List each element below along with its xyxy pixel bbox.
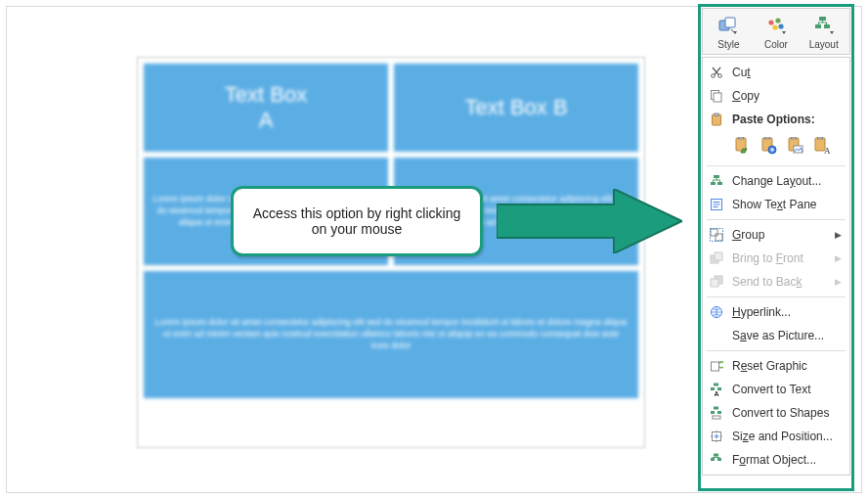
convert-shapes-icon — [709, 405, 724, 421]
size-position-icon — [709, 429, 724, 444]
layout-small-icon — [709, 173, 724, 189]
menu-label: Hyperlink... — [732, 305, 842, 319]
menu-label: Show Text Pane — [732, 198, 842, 211]
color-button[interactable]: Color — [753, 13, 801, 52]
svg-rect-34 — [711, 229, 717, 236]
menu-format-object[interactable]: Format Object... — [703, 448, 849, 472]
paste-keep-source[interactable] — [732, 134, 754, 158]
smartart-node[interactable]: Lorem ipsum dolor sit amet consectetur a… — [144, 271, 638, 398]
menu-label: Paste Options: — [732, 113, 842, 126]
svg-rect-31 — [711, 182, 716, 185]
convert-text-icon: A — [709, 382, 724, 397]
scissors-icon — [709, 65, 724, 80]
menu-hyperlink[interactable]: Hyperlink... — [703, 300, 849, 324]
svg-rect-9 — [819, 17, 826, 21]
svg-text:A: A — [714, 390, 718, 396]
context-menu: Cut Copy Paste Options: A Change Layout.… — [702, 57, 850, 476]
text-box-b[interactable]: Text Box B — [394, 64, 638, 152]
menu-label: Format Object... — [732, 453, 842, 467]
svg-rect-18 — [715, 113, 718, 116]
paste-picture[interactable] — [785, 134, 806, 158]
svg-rect-28 — [818, 137, 823, 139]
color-icon — [765, 15, 787, 36]
svg-rect-49 — [711, 411, 715, 414]
svg-rect-25 — [792, 137, 797, 139]
bring-front-icon — [709, 250, 724, 266]
svg-point-7 — [778, 23, 783, 28]
svg-rect-35 — [716, 234, 722, 241]
svg-rect-2 — [725, 18, 735, 27]
layout-label: Layout — [809, 39, 839, 50]
svg-rect-50 — [717, 411, 721, 414]
svg-marker-3 — [733, 31, 737, 34]
svg-text:A: A — [824, 146, 830, 155]
paste-use-dest[interactable] — [759, 134, 780, 158]
menu-label: Copy — [732, 89, 842, 103]
callout-text: Access this option by right clicking on … — [247, 205, 466, 237]
menu-label: Size and Position... — [732, 430, 842, 443]
group-icon — [709, 227, 724, 243]
svg-rect-30 — [714, 175, 719, 178]
callout-arrow — [497, 189, 682, 253]
instruction-callout: Access this option by right clicking on … — [231, 186, 483, 256]
svg-rect-44 — [714, 384, 718, 386]
style-label: Style — [717, 39, 739, 50]
svg-rect-55 — [717, 458, 721, 461]
svg-rect-48 — [714, 407, 718, 410]
menu-label: Reset Graphic — [732, 359, 842, 373]
svg-point-6 — [772, 24, 777, 29]
menu-cut[interactable]: Cut — [703, 61, 849, 84]
svg-rect-22 — [765, 137, 770, 139]
menu-convert-to-text[interactable]: A Convert to Text — [703, 378, 849, 401]
send-back-icon — [709, 274, 724, 290]
menu-label: Change Layout... — [732, 174, 842, 188]
paste-options-row: A — [703, 131, 849, 162]
blank-icon — [709, 328, 724, 343]
svg-rect-51 — [713, 416, 720, 419]
hyperlink-icon — [709, 304, 724, 320]
svg-rect-36 — [711, 229, 723, 242]
context-panel: Style Color Layout Cut Copy — [702, 8, 850, 476]
svg-marker-8 — [782, 31, 786, 34]
copy-icon — [709, 88, 724, 104]
style-icon — [717, 15, 739, 36]
menu-label: Group — [732, 228, 827, 242]
clipboard-icon — [709, 112, 724, 127]
svg-marker-12 — [830, 31, 834, 34]
menu-label: Convert to Text — [732, 383, 842, 396]
menu-size-and-position[interactable]: Size and Position... — [703, 425, 849, 448]
svg-rect-38 — [715, 252, 722, 260]
menu-label: Convert to Shapes — [732, 406, 842, 420]
menu-change-layout[interactable]: Change Layout... — [703, 169, 849, 193]
menu-copy[interactable]: Copy — [703, 84, 849, 108]
svg-rect-32 — [717, 182, 722, 185]
layout-icon — [813, 15, 835, 36]
paste-text-only[interactable]: A — [811, 134, 833, 158]
menu-label: Cut — [732, 66, 842, 79]
svg-rect-53 — [714, 454, 718, 457]
menu-bring-to-front: Bring to Front ▶ — [703, 247, 849, 270]
svg-point-5 — [775, 18, 780, 23]
submenu-arrow-icon: ▶ — [835, 230, 842, 240]
svg-rect-40 — [711, 279, 718, 287]
svg-marker-0 — [497, 189, 682, 253]
style-button[interactable]: Style — [705, 13, 753, 52]
text-box-a[interactable]: Text Box A — [144, 64, 388, 152]
svg-rect-20 — [739, 137, 744, 139]
submenu-arrow-icon: ▶ — [835, 253, 842, 263]
menu-save-as-picture[interactable]: Save as Picture... — [703, 324, 849, 347]
layout-button[interactable]: Layout — [800, 13, 847, 52]
menu-label: Bring to Front — [732, 251, 827, 265]
svg-point-4 — [768, 20, 773, 24]
menu-show-text-pane[interactable]: Show Text Pane — [703, 193, 849, 216]
menu-reset-graphic[interactable]: Reset Graphic — [703, 354, 849, 378]
menu-convert-to-shapes[interactable]: Convert to Shapes — [703, 401, 849, 425]
submenu-arrow-icon: ▶ — [835, 277, 842, 287]
svg-rect-54 — [711, 458, 715, 461]
menu-paste-options-label: Paste Options: — [703, 108, 849, 131]
color-label: Color — [764, 39, 788, 50]
menu-label: Send to Back — [732, 275, 827, 289]
menu-group[interactable]: Group ▶ — [703, 223, 849, 247]
reset-icon — [709, 358, 724, 374]
format-object-icon — [709, 452, 724, 468]
